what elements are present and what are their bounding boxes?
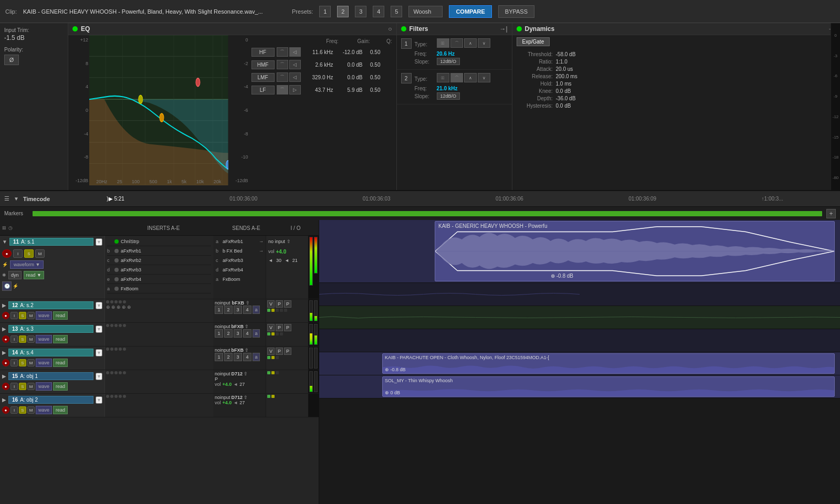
lmf-filter-bell[interactable]: ⌒ — [277, 72, 288, 82]
track-11-input-button[interactable]: I — [13, 249, 23, 258]
n2[interactable]: 2 — [224, 306, 233, 314]
track-11-solo-button[interactable]: S — [24, 249, 34, 258]
track-11-read-button[interactable]: read ▼ — [24, 271, 44, 279]
insert-11-a-name[interactable]: ChnlStrp — [121, 239, 211, 244]
track-13-s-button[interactable]: S — [19, 335, 26, 343]
insert-11-f-name[interactable]: FxBoom — [121, 286, 211, 291]
hf-filter-bell[interactable]: ⌒ — [277, 47, 288, 57]
waveform-clip-16[interactable]: SOL_MY - Thin Whispy Whoosh ⊕ 0 dB — [382, 376, 835, 397]
preset-1-button[interactable]: 1 — [319, 6, 331, 17]
track-12-record-button[interactable]: ● — [2, 312, 9, 319]
p-btn2[interactable]: P — [284, 300, 291, 308]
waveform-clip-15[interactable]: KAIB - PARACHUTE OPEN - Cloth Whoosh, Ny… — [382, 353, 835, 374]
track-15-wave-button[interactable]: wave — [36, 382, 52, 391]
eq-hf-button[interactable]: HF — [251, 48, 275, 57]
track-12-io-arrow[interactable]: ⇧ — [246, 300, 250, 306]
track-11-arrow-button[interactable]: ▼ — [96, 238, 102, 246]
insert-11-c-name[interactable]: aFxRvrb2 — [121, 258, 211, 263]
track-14-arrow-button[interactable]: ▼ — [96, 349, 102, 356]
hmf-filter-bell[interactable]: ⌒ — [277, 60, 288, 69]
lf-filter-bell[interactable]: ⌒ — [277, 85, 288, 94]
preset-4-button[interactable]: 4 — [373, 6, 384, 17]
track-15-expand-button[interactable]: ▶ — [2, 373, 6, 379]
track-14-record-button[interactable]: ● — [2, 359, 9, 366]
waveform-12[interactable] — [319, 283, 840, 306]
track-12-wave-button[interactable]: wave — [36, 311, 52, 320]
track-15-m-button[interactable]: M — [27, 383, 35, 390]
track-15-i-button[interactable]: I — [10, 383, 18, 390]
track-15-record-button[interactable]: ● — [2, 383, 9, 390]
n3[interactable]: 3 — [234, 306, 242, 314]
track-11-expand-button[interactable]: ▼ — [2, 239, 7, 245]
insert-arrow3[interactable]: ⊕ — [117, 304, 121, 310]
track-14-s-button[interactable]: S — [19, 359, 26, 366]
eq-collapse-button[interactable]: ○ — [388, 25, 392, 33]
track-11-record-button[interactable]: ● — [2, 249, 12, 258]
track-16-expand-button[interactable]: ▶ — [2, 397, 6, 403]
filter-2-type-hp[interactable]: ⌒̲ — [437, 73, 449, 82]
track-12-s-button[interactable]: S — [19, 312, 26, 319]
waveform-13[interactable] — [319, 306, 840, 329]
preset-3-button[interactable]: 3 — [355, 6, 366, 17]
track-14-read-button[interactable]: read — [53, 359, 68, 367]
dynamics-type-button[interactable]: Exp/Gate — [517, 37, 550, 46]
filter-2-slope-button[interactable]: 12dB/O — [437, 92, 460, 100]
track-16-read-button[interactable]: read — [53, 406, 68, 414]
filter-2-type-lp[interactable]: ⌒ — [450, 73, 463, 82]
track-16-s-button[interactable]: S — [19, 406, 26, 414]
n4[interactable]: 4 — [243, 306, 251, 314]
track-14-m-button[interactable]: M — [27, 359, 35, 366]
track-13-arrow-button[interactable]: ▼ — [96, 326, 102, 333]
hf-filter-shelf[interactable]: ◁ — [289, 47, 301, 57]
track-14-wave-button[interactable]: wave — [36, 359, 52, 367]
eq-lmf-button[interactable]: LMF — [251, 73, 275, 82]
track-12-i-button[interactable]: I — [10, 312, 18, 319]
filter-1-type-hp[interactable]: ⌒̲ — [437, 38, 449, 48]
track-14-expand-button[interactable]: ▶ — [2, 350, 6, 355]
track-16-record-button[interactable]: ● — [2, 406, 9, 414]
filter-1-slope-button[interactable]: 12dB/O — [437, 58, 460, 65]
filter-2-type-notch[interactable]: ∨ — [478, 73, 490, 82]
lf-filter-shelf[interactable]: ▷ — [289, 85, 301, 94]
eq-graph[interactable]: 20Hz 25 100 500 1k 5k 10k 20k — [89, 35, 228, 185]
insert-arrow4[interactable]: ⊕ — [122, 304, 126, 310]
polarity-button[interactable]: Ø — [4, 55, 19, 65]
add-marker-button[interactable]: + — [826, 209, 836, 218]
insert-arrow[interactable]: ⊕ — [106, 304, 110, 310]
filters-collapse-button[interactable]: →| — [499, 25, 507, 33]
insert-arrow5[interactable]: ⊕ — [127, 304, 131, 310]
eq-lf-button[interactable]: LF — [251, 86, 275, 94]
timecode-settings-icon[interactable]: ▼ — [14, 196, 19, 202]
insert-11-e-name[interactable]: aFxRvrb4 — [121, 277, 211, 282]
waveform-11[interactable]: KAIB - GENERIC HEAVY WHOOSH - Powerfu ⊕ … — [319, 220, 840, 283]
p-btn1[interactable]: P — [276, 300, 283, 308]
filter-1-type-lp[interactable]: ⌒ — [450, 38, 463, 48]
bypass-button[interactable]: BYPASS — [498, 5, 534, 18]
track-15-read-button[interactable]: read — [53, 382, 68, 391]
track-16-wave-button[interactable]: wave — [36, 406, 52, 414]
track-16-arrow-button[interactable]: ▼ — [96, 396, 102, 404]
timecode-menu-icon[interactable]: ☰ — [4, 195, 9, 202]
hmf-filter-shelf[interactable]: ◁ — [289, 60, 301, 69]
track-13-m-button[interactable]: M — [27, 335, 35, 343]
insert-11-d-name[interactable]: aFxRvrb3 — [121, 267, 211, 272]
track-16-i-button[interactable]: I — [10, 406, 18, 414]
track-13-expand-button[interactable]: ▶ — [2, 326, 6, 332]
waveform-16[interactable]: SOL_MY - Thin Whispy Whoosh ⊕ 0 dB — [319, 375, 840, 398]
preset-5-button[interactable]: 5 — [391, 6, 402, 17]
send-11-b-name[interactable]: b FX Bed — [223, 248, 257, 254]
filter-1-type-notch[interactable]: ∨ — [478, 38, 490, 48]
track-11-icon-btn1[interactable]: 🕐 — [2, 281, 12, 291]
track-13-record-button[interactable]: ● — [2, 335, 9, 343]
filters-power-dot[interactable] — [401, 26, 406, 32]
track-12-m-button[interactable]: M — [27, 312, 35, 319]
track-13-wave-button[interactable]: wave — [36, 335, 52, 343]
send-11-a-name[interactable]: aFxRvrb1 — [223, 239, 257, 244]
preset-dropdown[interactable]: Woosh — [408, 6, 443, 17]
track-15-s-button[interactable]: S — [19, 383, 26, 390]
lmf-filter-shelf[interactable]: ◁ — [289, 72, 301, 82]
dynamics-power-dot[interactable] — [517, 26, 522, 32]
filter-2-type-bp[interactable]: ∧ — [464, 73, 477, 82]
insert-arrow2[interactable]: ⊕ — [111, 304, 116, 310]
track-12-arrow-button[interactable]: ▼ — [96, 302, 102, 309]
